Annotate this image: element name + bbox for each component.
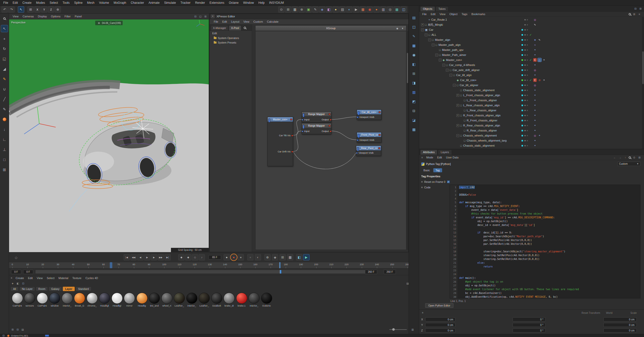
- object-label[interactable]: L_Rear_chassis_aligner: [467, 109, 496, 112]
- menu-extensions[interactable]: Extensions: [207, 0, 227, 6]
- objects-scrollbar[interactable]: [642, 17, 644, 149]
- record-objects-button[interactable]: ●: [224, 254, 230, 260]
- visibility-dot-editor[interactable]: [524, 59, 526, 61]
- type-tab-tag[interactable]: Tag: [433, 168, 442, 172]
- object-row[interactable]: +□R_Rear_chassis_aligner_algn⌖: [419, 123, 642, 128]
- live-selection-icon[interactable]: ↖: [18, 6, 24, 13]
- menu-character[interactable]: Character: [128, 0, 146, 6]
- visibility-dot-render[interactable]: [527, 19, 528, 20]
- collapse-icon[interactable]: −: [425, 33, 427, 36]
- preset-dropdown[interactable]: Custom▼: [617, 162, 640, 166]
- next-key-button[interactable]: ▶▶: [158, 254, 164, 260]
- xpresso-menu-layout[interactable]: Layout: [229, 20, 241, 23]
- material-item[interactable]: CarPaint: [11, 293, 23, 307]
- object-row[interactable]: −▣Car: [419, 27, 642, 32]
- palette-icon-9[interactable]: ▥: [411, 89, 417, 95]
- visibility-dot-render[interactable]: [527, 54, 528, 56]
- coord-system-icon[interactable]: ⊕: [55, 6, 61, 13]
- xpresso-node-car-tilt-con[interactable]: Car_tilt_con+Viewport Visib: [357, 110, 381, 120]
- object-row[interactable]: −□Car_axle_drift_aligner◎: [419, 68, 642, 73]
- material-item[interactable]: Seatbelt: [210, 293, 223, 307]
- visibility-dot-editor[interactable]: [524, 70, 526, 71]
- status-grid-icon[interactable]: ⊟: [2, 334, 6, 337]
- palette-icon-8[interactable]: ◨: [411, 80, 417, 86]
- object-row[interactable]: □Chassis_wheels_alignment_targ⌖: [419, 138, 642, 143]
- keyframe-diamond-icon[interactable]: ◇: [14, 255, 18, 259]
- xpresso-menu-calculate[interactable]: Calculate: [265, 20, 280, 23]
- visibility-dot-editor[interactable]: [524, 110, 526, 111]
- palette-icon-2[interactable]: ◫: [411, 24, 417, 30]
- position-field[interactable]: 0 cm: [425, 323, 455, 327]
- filter-icon[interactable]: ⊞: [632, 12, 636, 16]
- layer-color-swatch[interactable]: [521, 64, 523, 66]
- material-menu-cycles-4d[interactable]: Cycles 4D: [83, 277, 100, 280]
- timeline-marker[interactable]: [279, 262, 280, 268]
- object-label[interactable]: Master_Path_aimer: [442, 53, 466, 56]
- pin-tag[interactable]: ⌖: [533, 124, 537, 127]
- expand-icon[interactable]: +: [456, 104, 459, 107]
- menu-render[interactable]: Render: [193, 0, 207, 6]
- add-spline-icon[interactable]: ✎: [312, 6, 318, 13]
- current-frame-marker[interactable]: [110, 262, 112, 268]
- object-row[interactable]: ≈Car_Route.1◎: [419, 17, 642, 22]
- menu-simulate[interactable]: Simulate: [162, 0, 178, 6]
- menu-mesh[interactable]: Mesh: [85, 0, 97, 6]
- object-label[interactable]: Car_Route.1: [431, 18, 447, 21]
- code-line[interactable]: if event_data['msg_id'] == c4d.MSG_DESCR…: [459, 216, 640, 219]
- layer-color-swatch[interactable]: [521, 109, 523, 112]
- add-cube-icon[interactable]: ▣: [305, 6, 312, 13]
- input-port[interactable]: [302, 130, 303, 132]
- object-label[interactable]: Car_comp_4-Wheels: [449, 63, 475, 66]
- collapse-icon[interactable]: −: [428, 39, 431, 41]
- menu-animate[interactable]: Animate: [146, 0, 162, 6]
- range-end-field[interactable]: 260 F: [384, 270, 396, 274]
- visibility-dot-editor[interactable]: [524, 49, 526, 51]
- ripple-edit-icon[interactable]: ◧: [296, 254, 302, 260]
- palette-icon-6[interactable]: ◧: [411, 61, 417, 67]
- pool-item-system-presets[interactable]: System Presets: [210, 40, 252, 45]
- node-header[interactable]: Range Mapper: [302, 123, 331, 128]
- cancel-tag[interactable]: ⊘: [538, 78, 541, 82]
- position-record-icon[interactable]: ●: [247, 254, 254, 260]
- material-burger-icon[interactable]: ≡: [10, 276, 14, 280]
- material-item[interactable]: interior_: [61, 293, 73, 307]
- attributes-menu-user-data[interactable]: User Data: [444, 156, 461, 159]
- viewport-maximize-icon[interactable]: ⊞: [203, 14, 207, 18]
- pen-tag[interactable]: ✎: [538, 38, 541, 42]
- target-tag[interactable]: ⌖: [542, 58, 546, 62]
- visibility-dot-render[interactable]: [527, 39, 528, 41]
- visibility-dot-editor[interactable]: [524, 85, 526, 86]
- search-icon[interactable]: [244, 27, 246, 29]
- objects-menu-tags[interactable]: Tags: [459, 13, 469, 16]
- redo-icon[interactable]: ↷: [8, 6, 15, 13]
- layer-color-swatch[interactable]: [521, 24, 523, 26]
- material-item[interactable]: tire_and: [148, 293, 161, 307]
- palette-icon-7[interactable]: ⊞: [411, 71, 417, 76]
- layer-color-swatch[interactable]: [521, 79, 523, 81]
- object-row[interactable]: ◈Car_tilt_con+✓C⊘⌖: [419, 78, 642, 83]
- viewport-menu-view[interactable]: View: [11, 15, 21, 18]
- code-line[interactable]: obj = op.GetObject(): [459, 219, 640, 223]
- team-render-icon[interactable]: ▥: [380, 6, 386, 13]
- search-icon[interactable]: [629, 156, 631, 159]
- visibility-dot-render[interactable]: [527, 105, 528, 106]
- viewport-canvas[interactable]: Perspective ▣04-06_Cam(199) Grid Spacing…: [9, 19, 209, 252]
- prev-key-button[interactable]: ◀◀: [130, 254, 137, 260]
- object-row[interactable]: −□Car_comp_4-Wheels⌖: [419, 62, 642, 68]
- viewport-view-label[interactable]: Perspective: [11, 21, 25, 24]
- scale-field[interactable]: 0 cm: [603, 317, 637, 321]
- pin-tag[interactable]: ⌖: [533, 129, 537, 132]
- collapse-icon[interactable]: −: [435, 54, 438, 56]
- motion-mode-icon[interactable]: ▦: [287, 254, 293, 260]
- visibility-dot-render[interactable]: [527, 90, 528, 91]
- viewport-outline-icon[interactable]: ⊟: [193, 14, 197, 18]
- node-add-input-port-icon[interactable]: [358, 134, 360, 138]
- visibility-dot-render[interactable]: [527, 130, 528, 131]
- lock-icon[interactable]: ⊙: [632, 155, 636, 159]
- code-line[interactable]: desc_id = event_data['msg_data']['id']: [459, 223, 640, 227]
- visibility-dot-render[interactable]: [527, 145, 528, 146]
- visibility-dot-editor[interactable]: [524, 39, 526, 41]
- palette-icon-11[interactable]: ⊟: [411, 108, 417, 114]
- xpresso-node-range-mapper[interactable]: Range MapperInputOutput: [302, 123, 331, 134]
- object-row[interactable]: −□Chassis_wheels_alignment◎⌖: [419, 133, 642, 138]
